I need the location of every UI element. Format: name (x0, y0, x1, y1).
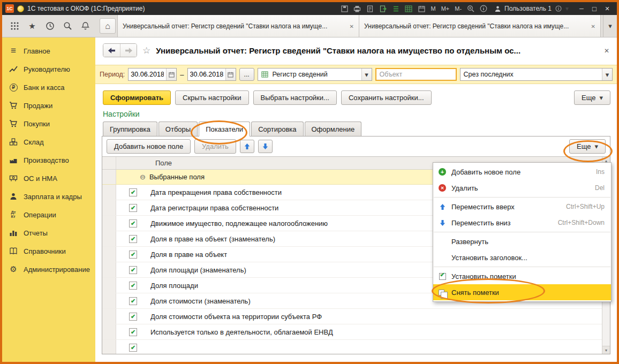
select-settings-button[interactable]: Выбрать настройки... (253, 90, 337, 105)
slice-dropdown-button[interactable] (602, 69, 612, 80)
mdi-tab-2[interactable]: Универсальный отчет: Регистр сведений "С… (359, 15, 601, 37)
tab-otbory[interactable]: Отборы (158, 122, 198, 136)
tab-gruppirovka[interactable]: Группировка (103, 122, 157, 136)
sidebar-item-prodazhi[interactable]: Продажи (2, 96, 95, 115)
row-checkbox[interactable] (129, 204, 137, 212)
sidebar-item-administrirovanie[interactable]: Администрирование (2, 260, 95, 278)
date-from-calendar-button[interactable] (166, 69, 176, 80)
save-settings-button[interactable]: Сохранить настройки... (341, 90, 432, 105)
add-field-button[interactable]: Добавить новое поле (107, 139, 191, 154)
menu-item-expand[interactable]: Развернуть (433, 233, 611, 249)
export-icon[interactable] (379, 4, 387, 13)
sidebar-item-proizvodstvo[interactable]: Производство (2, 151, 95, 169)
user-menu-button[interactable]: Пользователь 1 (493, 4, 569, 13)
notifications-bell-icon[interactable] (80, 21, 90, 31)
mdi-tab-1[interactable]: Универсальный отчет: Регистр сведений "С… (117, 15, 359, 37)
menu-item-move-up[interactable]: Переместить вверх Ctrl+Shift+Up (433, 199, 611, 215)
menu-item-move-down[interactable]: Переместить вниз Ctrl+Shift+Down (433, 215, 611, 231)
row-checkbox[interactable] (129, 282, 137, 290)
row-checkbox[interactable] (129, 266, 137, 274)
check-all-icon (439, 273, 446, 280)
settings-section-label: Настройки (103, 110, 617, 118)
row-checkbox[interactable] (129, 344, 137, 352)
sidebar-item-glavnoe[interactable]: Главное (2, 42, 95, 60)
favorite-star-icon[interactable] (142, 45, 150, 56)
sidebar-item-sklad[interactable]: Склад (2, 133, 95, 151)
history-icon[interactable] (45, 21, 55, 31)
menu-item-delete[interactable]: Удалить Del (433, 180, 611, 196)
sidebar-item-pokupki[interactable]: Покупки (2, 115, 95, 133)
print-icon[interactable] (353, 4, 361, 13)
delete-field-button[interactable]: Удалить (194, 139, 236, 154)
scroll-down-arrow[interactable] (602, 346, 610, 354)
calc-memory-add-button[interactable]: M+ (441, 5, 450, 12)
menu-item-clear-marks[interactable]: Снять пометки (433, 284, 611, 300)
close-button[interactable] (601, 3, 614, 14)
favorites-star-icon[interactable] (27, 21, 37, 31)
zoom-icon[interactable] (466, 4, 475, 13)
hide-settings-button[interactable]: Скрыть настройки (175, 90, 249, 105)
calc-memory-recall-button[interactable]: M (430, 5, 436, 12)
row-checkbox[interactable] (129, 328, 137, 336)
menu-item-set-marks[interactable]: Установить пометки (433, 268, 611, 284)
date-from-input[interactable] (129, 71, 166, 78)
back-button[interactable] (103, 44, 120, 57)
row-checkbox[interactable] (129, 251, 137, 259)
form-close-button[interactable] (604, 47, 609, 55)
tab-list-dropdown-button[interactable] (603, 15, 617, 37)
menu-item-add-field[interactable]: Добавить новое поле Ins (433, 164, 611, 180)
sidebar-item-rukovoditelyu[interactable]: Руководителю (2, 60, 95, 78)
row-checkbox[interactable] (129, 219, 137, 228)
register-kind-combo[interactable]: Регистр сведений (258, 68, 372, 81)
tab-sortirovka[interactable]: Сортировка (251, 122, 303, 136)
slice-combo[interactable]: Срез последних (460, 68, 613, 81)
register-kind-dropdown-button[interactable] (361, 69, 372, 80)
save-icon[interactable] (340, 4, 349, 13)
search-icon[interactable] (63, 21, 72, 31)
collapse-group-icon[interactable] (140, 173, 146, 181)
info-icon[interactable] (479, 4, 488, 13)
sidebar-item-spravochniki[interactable]: Справочники (2, 242, 95, 260)
period-more-button[interactable]: ... (239, 68, 254, 81)
row-checkbox[interactable] (129, 313, 137, 321)
sidebar-item-bank-i-kassa[interactable]: Банк и касса (2, 78, 95, 96)
home-button[interactable] (100, 18, 116, 34)
sidebar-item-otchety[interactable]: Отчеты (2, 224, 95, 242)
list-icon[interactable] (391, 4, 400, 13)
table-row[interactable]: Используется только в деятельности, обла… (102, 324, 602, 340)
print-preview-icon[interactable] (366, 4, 374, 13)
tab-oformlenie[interactable]: Оформление (305, 122, 362, 136)
table-icon[interactable] (404, 4, 413, 13)
mdi-tab-1-close-icon[interactable] (350, 22, 354, 30)
table-row-partial[interactable] (102, 340, 602, 354)
mdi-tab-2-close-icon[interactable] (591, 22, 595, 30)
row-label: Доля площади (знаменатель) (150, 266, 246, 274)
row-checkbox[interactable] (129, 188, 137, 196)
row-label: Доля в праве на объект (знаменатель) (150, 235, 275, 243)
uncheck-all-icon (439, 290, 444, 295)
date-to-input[interactable] (188, 71, 225, 78)
maximize-button[interactable] (588, 3, 601, 14)
table-row[interactable]: Доля стоимости объекта на территории суб… (102, 309, 602, 324)
minimize-button[interactable] (575, 3, 588, 14)
menu-grid-icon[interactable] (10, 21, 19, 31)
generate-button[interactable]: Сформировать (103, 90, 171, 105)
report-more-button[interactable]: Еще (574, 90, 610, 105)
fields-more-button[interactable]: Еще (569, 139, 606, 154)
move-down-button[interactable] (258, 140, 273, 153)
tab-pokazateli[interactable]: Показатели (199, 122, 250, 136)
sidebar-item-os-i-nma[interactable]: ОС и НМА (2, 169, 95, 187)
object-input[interactable] (376, 71, 457, 78)
menu-item-set-title[interactable]: Установить заголовок... (433, 249, 611, 266)
object-combo[interactable] (375, 68, 457, 81)
calc-memory-subtract-button[interactable]: M- (454, 5, 462, 12)
forward-button[interactable] (120, 44, 137, 57)
sidebar-item-zarplata-i-kadry[interactable]: Зарплата и кадры (2, 187, 95, 206)
close-icon (605, 5, 609, 12)
row-checkbox[interactable] (129, 235, 137, 243)
sidebar-item-operacii[interactable]: Операции (2, 206, 95, 224)
date-to-calendar-button[interactable] (225, 69, 236, 80)
calendar-icon[interactable] (417, 4, 426, 13)
row-checkbox[interactable] (129, 297, 137, 305)
move-up-button[interactable] (240, 140, 254, 153)
